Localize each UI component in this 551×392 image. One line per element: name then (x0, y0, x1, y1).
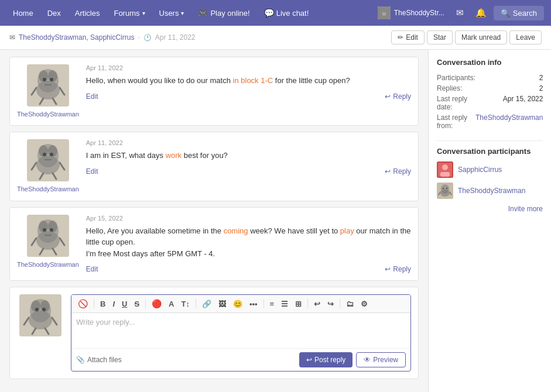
nav-articles[interactable]: Articles (69, 5, 106, 21)
message-edit-2[interactable]: Edit (86, 167, 98, 176)
avatar-col-1: TheShoddyStrawman (17, 64, 79, 118)
toolbar-image-btn[interactable]: 🖼 (215, 298, 229, 310)
participant-row-1: SapphicCirrus (437, 161, 543, 178)
message-content-3: Apr 15, 2022 Hello, Are you available so… (86, 215, 411, 274)
highlight-text-2: work (166, 151, 182, 160)
message-content-2: Apr 11, 2022 I am in EST, what days work… (86, 139, 411, 193)
message-edit-1[interactable]: Edit (86, 92, 98, 101)
star-button[interactable]: Star (427, 30, 453, 44)
toolbar-redo-btn[interactable]: ↪ (324, 298, 337, 310)
svg-point-8 (50, 78, 53, 81)
svg-point-55 (440, 190, 450, 197)
last-reply-from-row: Last reply from: TheShoddyStrawman (437, 112, 543, 131)
toolbar-bold-btn[interactable]: B (97, 298, 108, 310)
subheader-left: ✉ TheShoddyStrawman, SapphicCirrus · 🕐 A… (9, 33, 196, 42)
invite-more-link[interactable]: Invite more (437, 205, 543, 213)
users-dropdown-icon: ▾ (181, 10, 184, 16)
svg-rect-52 (440, 172, 450, 177)
eye-icon: 👁 (364, 356, 371, 364)
messages-icon-btn[interactable]: ✉ (451, 4, 468, 22)
toolbar-clear-btn[interactable]: 🚫 (75, 297, 91, 310)
svg-point-44 (42, 308, 46, 311)
breadcrumb[interactable]: TheShoddyStrawman, SapphicCirrus (19, 33, 134, 42)
editor-footer: 📎 Attach files ↩ Post reply 👁 Preview (71, 348, 410, 371)
toolbar-undo-btn[interactable]: ↩ (311, 298, 323, 310)
toolbar-settings-btn[interactable]: ⚙ (358, 298, 371, 310)
toolbar-font-btn[interactable]: A (166, 298, 177, 310)
notifications-icon-btn[interactable]: 🔔 (471, 4, 491, 22)
svg-point-7 (43, 78, 46, 81)
nav-play-online[interactable]: 🎮 Play online! (192, 5, 255, 21)
chat-icon: 💬 (264, 8, 274, 18)
message-date-1: Apr 11, 2022 (86, 64, 411, 71)
message-reply-2[interactable]: ↩ Reply (385, 167, 411, 176)
message-text-3: Hello, Are you available sometime in the… (86, 225, 411, 260)
toolbar-color-btn[interactable]: 🔴 (149, 297, 165, 310)
replies-row: Replies: 2 (437, 83, 543, 94)
last-reply-date-val: Apr 15, 2022 (475, 94, 543, 112)
message-card-2: TheShoddyStrawman Apr 11, 2022 I am in E… (9, 132, 419, 201)
reply-avatar (19, 294, 61, 336)
edit-button[interactable]: ✏ Edit (391, 30, 425, 44)
participants-val: 2 (475, 73, 543, 83)
toolbar-link-btn[interactable]: 🔗 (199, 298, 214, 310)
editor-body[interactable]: Write your reply... (71, 313, 410, 348)
last-reply-date-row: Last reply date: Apr 15, 2022 (437, 94, 543, 112)
toolbar-align-btn[interactable]: ≡ (267, 298, 278, 310)
message-reply-3[interactable]: ↩ Reply (385, 265, 411, 273)
nav-users[interactable]: Users ▾ (153, 5, 190, 21)
participant-name-1[interactable]: SapphicCirrus (458, 166, 502, 174)
message-content-1: Apr 11, 2022 Hello, when would you like … (86, 64, 411, 118)
toolbar-italic-btn[interactable]: I (109, 298, 118, 310)
toolbar-size-btn[interactable]: T↕ (178, 298, 192, 310)
message-date-2: Apr 11, 2022 (86, 139, 411, 146)
editor-col: 🚫 B I U S 🔴 A T↕ 🔗 🖼 😊 ••• ≡ (71, 294, 411, 372)
message-edit-3[interactable]: Edit (86, 265, 98, 273)
avatar-col-2: TheShoddyStrawman (17, 139, 79, 193)
subheader-date: Apr 11, 2022 (155, 33, 196, 42)
editor-toolbar: 🚫 B I U S 🔴 A T↕ 🔗 🖼 😊 ••• ≡ (71, 295, 410, 313)
participant-name-2[interactable]: TheShoddyStrawman (458, 187, 525, 195)
participants-label: Participants: (437, 73, 475, 83)
nav-forums[interactable]: Forums ▾ (108, 5, 150, 21)
highlight-text-3a: coming (224, 226, 248, 235)
toolbar-table-btn[interactable]: ⊞ (292, 298, 304, 310)
author-3[interactable]: TheShoddyStrawman (17, 260, 79, 269)
nav-live-chat[interactable]: 💬 Live chat! (258, 5, 315, 21)
toolbar-sep-4 (263, 299, 264, 308)
clock-icon: 🕐 (143, 34, 152, 42)
subheader-actions: ✏ Edit Star Mark unread Leave (391, 30, 542, 44)
reply-icon-1: ↩ (385, 92, 391, 101)
toolbar-more-btn[interactable]: ••• (247, 298, 261, 310)
attach-files-btn[interactable]: 📎 Attach files (76, 356, 122, 364)
sidebar: Conversation info Participants: 2 Replie… (428, 50, 551, 392)
toolbar-strike-btn[interactable]: S (131, 298, 142, 310)
post-reply-btn[interactable]: ↩ Post reply (299, 352, 352, 367)
mark-unread-button[interactable]: Mark unread (455, 30, 507, 44)
conv-participants-title: Conversation participants (437, 147, 543, 156)
toolbar-template-btn[interactable]: 🗂 (343, 298, 357, 310)
avatar-col-3: TheShoddyStrawman (17, 215, 79, 274)
svg-point-19 (43, 153, 46, 156)
message-footer-2: Edit ↩ Reply (86, 167, 411, 176)
message-reply-1[interactable]: ↩ Reply (385, 92, 411, 101)
nav-dex[interactable]: Dex (42, 5, 67, 21)
author-2[interactable]: TheShoddyStrawman (17, 185, 79, 193)
participant-row-2: TheShoddyStrawman (437, 183, 543, 199)
send-icon: ↩ (306, 356, 312, 364)
replies-val: 2 (475, 83, 543, 94)
author-1[interactable]: TheShoddyStrawman (17, 110, 79, 118)
message-card-3: TheShoddyStrawman Apr 15, 2022 Hello, Ar… (9, 207, 419, 281)
search-button[interactable]: 🔍 Search (494, 6, 544, 20)
user-menu[interactable]: U TheShoddyStr... (373, 4, 449, 22)
last-reply-from-val[interactable]: TheShoddyStrawman (475, 112, 543, 131)
preview-btn[interactable]: 👁 Preview (356, 352, 406, 367)
toolbar-underline-btn[interactable]: U (119, 298, 130, 310)
edit-icon: ✏ (398, 33, 403, 42)
toolbar-list-btn[interactable]: ☰ (278, 298, 291, 310)
nav-home[interactable]: Home (7, 5, 39, 21)
toolbar-emoji-btn[interactable]: 😊 (230, 298, 245, 310)
conv-info-title: Conversation info (437, 58, 543, 67)
svg-point-57 (446, 188, 447, 189)
leave-button[interactable]: Leave (509, 30, 542, 44)
